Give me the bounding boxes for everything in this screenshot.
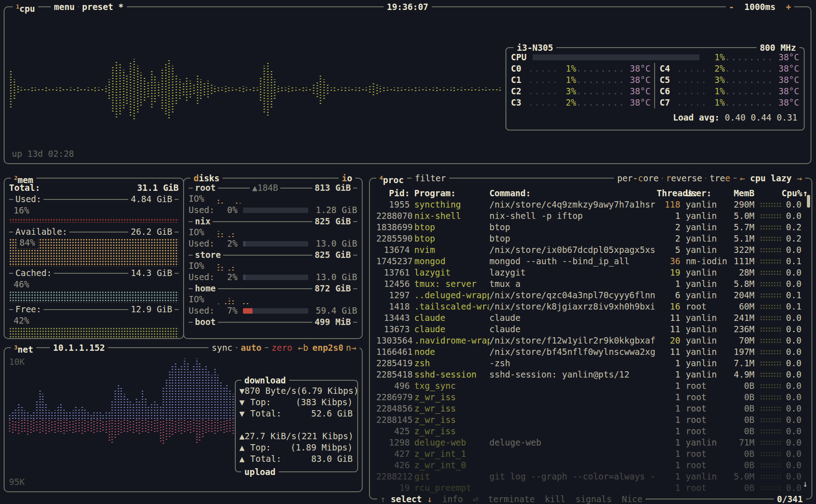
graph-column — [296, 237, 300, 238]
graph-column — [308, 87, 312, 91]
process-row[interactable]: 2285590btopbtop2yanlin5.1M0.2 — [376, 233, 808, 244]
graph-column — [307, 304, 311, 305]
graph-column — [274, 304, 278, 305]
graph-column — [228, 234, 231, 238]
process-row[interactable]: 1745237mongodmongod --auth --bind_ip_all… — [376, 256, 808, 267]
process-table-header[interactable]: Pid: Program: Command: Threads: User: Me… — [376, 188, 808, 199]
process-row[interactable]: 2284856z_wr_iss1root0B0.0 — [376, 403, 808, 414]
process-row[interactable]: 426z_wr_int_01root0B0.0 — [376, 460, 808, 471]
process-row[interactable]: 13674nvim/nix/store/ix0b67dcdpl05xpagx5x… — [376, 244, 808, 256]
select-button[interactable]: select — [391, 493, 422, 504]
graph-column — [195, 420, 199, 444]
process-row[interactable]: 2288070nix-shellnix-shell -p iftop1yanli… — [376, 210, 808, 222]
per-core-button[interactable]: per-core — [614, 172, 662, 184]
sync-button[interactable]: sync — [209, 342, 236, 354]
process-row[interactable]: 13673claudeclaude11yanlin236M0.0 — [376, 324, 808, 335]
process-command: nix-shell -p iftop — [490, 210, 657, 222]
sort-nav-control[interactable]: ← cpu lazy → — [737, 172, 805, 184]
cpu-panel-title[interactable]: 1cpu — [13, 1, 38, 13]
core-label: C5 — [660, 74, 677, 86]
interval-minus-button[interactable]: - — [729, 2, 734, 12]
graph-column — [35, 420, 39, 431]
footer-action-button[interactable]: terminate — [488, 493, 535, 504]
graph-column — [210, 375, 214, 420]
transfer-stats-panel: download upload ▼870 Byte/s(6.79 Kibps)▼… — [235, 380, 358, 472]
graph-column — [336, 87, 340, 91]
process-row[interactable]: 496txg_sync1root0B0.0 — [376, 380, 808, 392]
footer-action-button[interactable]: kill — [545, 493, 566, 504]
io-mode-button[interactable]: io — [339, 172, 355, 184]
process-program: lazygit — [414, 267, 490, 278]
process-row[interactable]: 1298deluge-webdeluge-web1yanlin71M0.0 — [376, 437, 808, 448]
process-row[interactable]: 13761lazygitlazygit19yanlin28M0.0 — [376, 267, 808, 278]
disk-io-row: IO% — [189, 294, 357, 305]
zero-button[interactable]: zero — [268, 342, 296, 354]
menu-button[interactable]: menu — [51, 1, 78, 13]
graph-column — [74, 407, 78, 420]
tree-button[interactable]: tree — [706, 172, 733, 184]
graph-column — [223, 420, 226, 434]
process-row[interactable]: 2285418sshd-sessionsshd-session: yanlin@… — [376, 369, 808, 380]
filter-button[interactable]: filter — [412, 172, 449, 184]
process-row[interactable]: 1166461node/nix/store/bf45nflf0wylnscwwa… — [376, 346, 808, 358]
disks-panel-title[interactable]: disks — [190, 172, 223, 184]
footer-action-button[interactable]: Nice — [622, 493, 642, 504]
graph-column — [65, 420, 68, 432]
cpu-model-label: i3-N305 — [514, 42, 556, 53]
load-average-values: 0.40 0.44 0.31 — [725, 112, 797, 122]
memory-panel-title[interactable]: 2mem — [11, 172, 36, 184]
graph-column — [253, 304, 256, 305]
disk-used-row: Used:2%13.0 GiB — [189, 238, 357, 249]
process-row[interactable]: 1955syncthing/nix/store/c4q9zmkzy9awy7h7… — [376, 199, 808, 210]
reverse-button[interactable]: reverse — [663, 172, 705, 184]
process-row[interactable]: 1838699btopbtop2yanlin5.7M0.2 — [376, 222, 808, 233]
scroll-down-icon[interactable]: ↓ — [803, 478, 808, 489]
process-row[interactable]: 12456tmux: servertmux a1yanlin5.8M0.0 — [376, 278, 808, 290]
process-row[interactable]: 1418.tailscaled-wra/nix/store/k8jgiaxrz8… — [376, 301, 808, 312]
process-mem: 0B — [727, 482, 754, 494]
disk-divider: store825 GiB — [189, 249, 357, 261]
download-stats: ▼870 Byte/s(6.79 Kibps)▼Top:(383 Kibps)▼… — [239, 385, 353, 419]
iface-next-button[interactable]: n→ — [343, 342, 359, 354]
graph-column — [498, 87, 502, 92]
process-row[interactable]: 425z_wr_iss1root0B0.0 — [376, 426, 808, 437]
graph-column — [69, 87, 73, 92]
network-panel-title[interactable]: 3net — [11, 342, 36, 354]
process-user: root — [686, 301, 728, 312]
core-pct: 2% — [556, 97, 576, 108]
graph-column — [225, 384, 228, 420]
process-row[interactable]: 1303564.navidrome-wrap/nix/store/f12w1yi… — [376, 335, 808, 346]
scrollbar-thumb[interactable] — [807, 195, 810, 208]
footer-action-button[interactable]: ⏎ — [473, 493, 478, 504]
preset-button[interactable]: preset * — [79, 1, 127, 13]
graph-column — [180, 420, 183, 435]
process-pid: 1166461 — [376, 346, 410, 358]
process-row[interactable]: 2288212gitgit log --graph --color=always… — [376, 471, 808, 482]
upload-stat-row: ▲Total:83.0 GiB — [239, 453, 353, 465]
mem-used-graph — [9, 218, 179, 223]
select-down-icon[interactable]: ↓ — [427, 493, 432, 504]
footer-action-button[interactable]: info — [442, 493, 463, 504]
graph-column — [165, 420, 168, 441]
process-row[interactable]: 1297..deluged-wrapp/nix/store/qzc04a3npl… — [376, 290, 808, 301]
process-user: root — [686, 403, 728, 414]
graph-column — [125, 74, 129, 105]
process-row[interactable]: 2285419zsh-zsh1yanlin7.1M0.0 — [376, 358, 808, 369]
core-label: C1 — [511, 74, 528, 86]
select-up-icon[interactable]: ↑ — [380, 493, 385, 504]
process-row[interactable]: 13443claudeclaude11yanlin241M0.0 — [376, 312, 808, 324]
process-panel-title[interactable]: 4proc — [376, 172, 407, 184]
interval-plus-button[interactable]: + — [786, 2, 791, 12]
graph-column — [90, 87, 94, 91]
cpu-cores: C0.....................................1… — [511, 63, 799, 108]
core-label: C3 — [511, 97, 528, 108]
process-row[interactable]: 19rcu_preempt1root0B0.0 — [376, 482, 808, 494]
process-row[interactable]: 427z_wr_int_11root0B0.0 — [376, 448, 808, 460]
control-hotkey: c — [638, 173, 643, 183]
process-row[interactable]: 2288145z_wr_iss1root0B0.0 — [376, 414, 808, 426]
footer-action-button[interactable]: signals — [575, 493, 612, 504]
auto-button[interactable]: auto — [238, 342, 265, 354]
process-row[interactable]: 2286979z_wr_iss1root0B0.0 — [376, 392, 808, 403]
graph-column — [81, 420, 84, 435]
graph-column — [129, 62, 132, 116]
